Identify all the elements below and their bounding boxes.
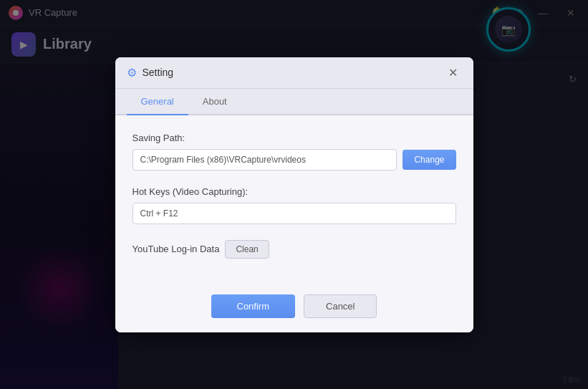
modal-overlay: ⚙ Setting ✕ General About Saving Path: C… [0,0,588,389]
youtube-group: YouTube Log-in Data Clean [132,240,456,259]
dialog-tabs: General About [115,89,473,115]
saving-path-row: Change [132,149,456,171]
hot-keys-label: Hot Keys (Video Capturing): [132,186,456,197]
hot-keys-input[interactable] [132,203,456,224]
dialog-title-text: Setting [143,67,174,78]
saving-path-input[interactable] [132,149,397,171]
change-button[interactable]: Change [403,150,456,170]
youtube-label: YouTube Log-in Data [132,244,220,254]
clean-button[interactable]: Clean [225,240,269,259]
saving-path-group: Saving Path: Change [132,133,456,171]
dialog-close-button[interactable]: ✕ [444,64,462,81]
tab-general[interactable]: General [127,89,188,115]
saving-path-label: Saving Path: [132,133,456,143]
dialog-title-left: ⚙ Setting [127,66,174,80]
cancel-button[interactable]: Cancel [304,294,377,318]
dialog-footer: Confirm Cancel [115,286,473,332]
dialog-gear-icon: ⚙ [127,66,137,80]
dialog-titlebar: ⚙ Setting ✕ [115,57,473,89]
youtube-row: YouTube Log-in Data Clean [132,240,456,259]
dialog-body: Saving Path: Change Hot Keys (Video Capt… [115,115,473,286]
hot-keys-row [132,203,456,224]
confirm-button[interactable]: Confirm [211,294,296,318]
tab-about[interactable]: About [188,89,241,115]
settings-dialog: ⚙ Setting ✕ General About Saving Path: C… [115,57,473,332]
hot-keys-group: Hot Keys (Video Capturing): [132,186,456,224]
